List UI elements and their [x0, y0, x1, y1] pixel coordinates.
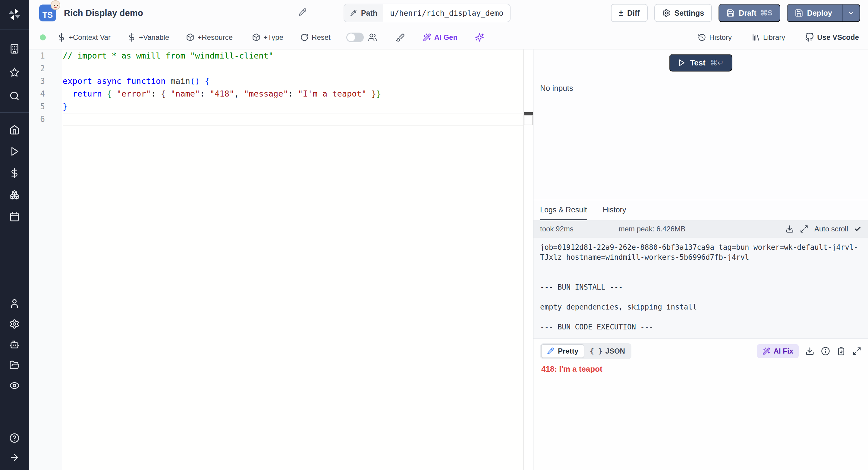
gear-icon [9, 319, 20, 329]
arrow-right-icon [9, 452, 20, 463]
sidebar-item-schedules[interactable] [9, 211, 20, 222]
windmill-logo-icon [7, 7, 22, 22]
bot-icon [9, 340, 20, 350]
windmill-logo[interactable] [0, 0, 29, 30]
sidebar-item-workers[interactable] [9, 339, 20, 350]
code-line[interactable]: // import * as wmill from "windmill-clie… [63, 50, 523, 62]
result-tabs: Logs & Result History [533, 200, 868, 220]
diff-label: Diff [627, 9, 640, 18]
settings-label: Settings [675, 9, 704, 18]
sidebar-item-search[interactable] [9, 90, 20, 101]
library-label: Library [763, 33, 785, 41]
add-type-button[interactable]: +Type [252, 33, 283, 41]
code-line[interactable] [63, 62, 523, 75]
deploy-button[interactable]: Deploy [787, 4, 860, 22]
editor-overview-ruler[interactable] [523, 50, 533, 470]
settings-button[interactable]: Settings [654, 4, 712, 22]
sidebar-item-workspace[interactable] [9, 43, 20, 54]
format-button[interactable] [396, 33, 405, 42]
expand-icon[interactable] [800, 225, 808, 233]
sidebar-item-resources[interactable] [9, 189, 20, 200]
tab-history[interactable]: History [603, 200, 626, 220]
help-icon [9, 433, 20, 443]
type-label: +Type [264, 33, 283, 41]
history-button[interactable]: History [698, 33, 732, 41]
download-icon[interactable] [785, 225, 794, 233]
sidebar-expand[interactable] [9, 452, 20, 463]
sidebar-item-audit-logs[interactable] [9, 380, 20, 391]
user-icon [9, 298, 20, 309]
chevron-down-icon [847, 9, 855, 17]
tab-logs-result[interactable]: Logs & Result [540, 200, 587, 220]
status-dot [40, 34, 46, 40]
path-selector[interactable]: Path u/henri/rich_display_demo [344, 4, 510, 22]
info-icon[interactable] [821, 347, 830, 356]
path-label-section: Path [344, 4, 383, 22]
search-icon [9, 91, 20, 101]
add-variable-button[interactable]: +Variable [127, 33, 169, 41]
line-number: 2 [29, 62, 62, 75]
code-lines: // import * as wmill from "windmill-clie… [62, 50, 523, 470]
use-vscode-label: Use VScode [817, 33, 859, 41]
no-inputs-text: No inputs [540, 84, 868, 93]
reset-label: Reset [312, 33, 331, 41]
test-button[interactable]: Test ⌘↵ [669, 54, 732, 71]
download-icon[interactable] [805, 347, 814, 356]
reset-button[interactable]: Reset [300, 33, 331, 41]
ai-gen-button[interactable]: AI Gen [423, 33, 458, 41]
mem-peak-text: mem peak: 6.426MB [619, 225, 685, 233]
sidebar-item-help[interactable] [9, 433, 20, 443]
library-button[interactable]: Library [752, 33, 785, 41]
deploy-main[interactable]: Deploy [787, 4, 838, 22]
sidebar-item-users[interactable] [9, 298, 20, 309]
line-number: 4 [29, 87, 62, 100]
history-clock-icon [698, 33, 706, 41]
sidebar-item-variables[interactable] [9, 168, 20, 179]
sidebar-item-home[interactable] [9, 124, 20, 135]
json-tab[interactable]: { } JSON [584, 345, 630, 357]
ai-assistant-button[interactable] [475, 33, 484, 42]
ai-fix-label: AI Fix [774, 347, 793, 355]
line-number: 1 [29, 50, 62, 62]
code-line[interactable] [63, 113, 523, 125]
autoscroll-label[interactable]: Auto scroll [814, 225, 848, 233]
sparkles-icon [475, 33, 484, 42]
code-editor[interactable]: 123456 // import * as wmill from "windmi… [29, 50, 533, 470]
pretty-label: Pretty [558, 347, 578, 355]
duration-text: took 92ms [540, 225, 574, 233]
sidebar-divider [0, 112, 29, 113]
sidebar-item-favorites[interactable] [9, 67, 20, 78]
diff-button[interactable]: ± Diff [611, 4, 648, 22]
save-icon [795, 9, 803, 17]
brush-icon [396, 33, 405, 42]
add-resource-button[interactable]: +Resource [186, 33, 233, 41]
draft-button[interactable]: Draft ⌘S [718, 4, 780, 22]
check-icon[interactable] [854, 225, 861, 233]
variable-label: +Variable [139, 33, 169, 41]
draft-shortcut: ⌘S [761, 9, 772, 17]
sidebar-item-settings[interactable] [9, 319, 20, 329]
clipboard-icon[interactable] [837, 347, 846, 356]
multiplayer-button[interactable] [368, 33, 377, 42]
sidebar-item-folders[interactable] [9, 360, 20, 371]
pencil-icon [299, 8, 307, 17]
resource-label: +Resource [197, 33, 233, 41]
ai-fix-button[interactable]: AI Fix [757, 344, 799, 358]
log-output[interactable]: job=01912d81-22a9-262e-8880-6bf3a137ca9a… [533, 238, 868, 339]
deploy-dropdown[interactable] [842, 4, 860, 22]
use-vscode-button[interactable]: Use VScode [805, 33, 859, 42]
sidebar-item-runs[interactable] [9, 146, 20, 157]
code-line[interactable]: return { "error": { "name": "418", "mess… [63, 87, 523, 100]
code-line[interactable]: } [63, 100, 523, 113]
braces-icon: { } [590, 347, 602, 355]
page-title: Rich Display demo [64, 8, 143, 18]
pretty-tab[interactable]: Pretty [541, 344, 584, 358]
building-icon [9, 44, 20, 54]
add-context-var-button[interactable]: +Context Var [57, 33, 111, 41]
ai-gen-label: AI Gen [434, 33, 458, 41]
code-line[interactable]: export async function main() { [63, 75, 523, 87]
diff-mode-toggle[interactable] [346, 33, 364, 42]
edit-title-button[interactable] [299, 8, 307, 18]
path-label: Path [361, 9, 377, 18]
expand-icon[interactable] [852, 347, 861, 356]
